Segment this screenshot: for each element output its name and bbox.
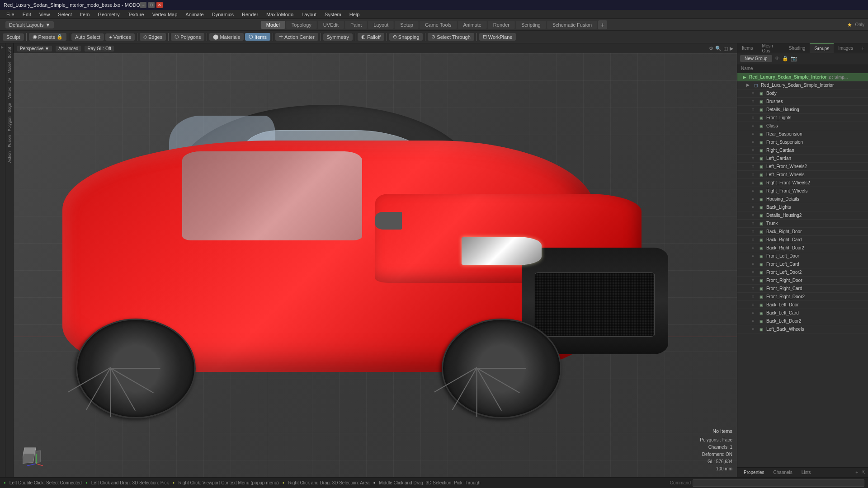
rp-tab-mesh-ops[interactable]: Mesh Ops	[757, 43, 784, 53]
rp-tab-items[interactable]: Items	[737, 43, 757, 53]
tree-item-glass[interactable]: ○ ▣ Glass	[737, 122, 868, 130]
rp-tab-shading[interactable]: Shading	[784, 43, 810, 53]
tab-layout[interactable]: Layout	[368, 21, 394, 29]
rp-tab-images[interactable]: Images	[834, 43, 858, 53]
menu-help[interactable]: Help	[346, 11, 363, 18]
viewport-icon-settings[interactable]: ⚙	[709, 46, 713, 52]
menu-item[interactable]: Item	[76, 11, 93, 18]
menu-maxtomode[interactable]: MaxToModo	[263, 11, 297, 18]
rpb-expand-icon[interactable]: ⇱	[862, 470, 865, 475]
menu-view[interactable]: View	[36, 11, 54, 18]
tree-item-fld2[interactable]: ○ ▣ Front_Left_Door2	[737, 268, 868, 277]
tree-item-group[interactable]: ▶ ◫ Red_Luxury_Sedan_Simple_Interior	[737, 81, 868, 89]
auto-select-button[interactable]: Auto Select	[71, 33, 104, 41]
command-input[interactable]	[693, 479, 864, 487]
viewport-icon-display[interactable]: ◫	[723, 46, 728, 52]
scene-tree[interactable]: ▶ Red_Luxury_Sedan_Simple_Interior 2 : S…	[737, 73, 868, 467]
tab-topology[interactable]: Topology	[286, 21, 317, 29]
tree-item-frd2[interactable]: ○ ▣ Front_Right_Door2	[737, 293, 868, 301]
star-button[interactable]: ★	[847, 22, 852, 28]
tree-item-left-cardan[interactable]: ○ ▣ Left_Cardan	[737, 155, 868, 163]
tree-item-frc[interactable]: ○ ▣ Front_Right_Card	[737, 285, 868, 293]
tree-item-brd2[interactable]: ○ ▣ Back_Right_Door2	[737, 244, 868, 252]
rpb-tab-lists[interactable]: Lists	[798, 469, 815, 475]
viewport-ray-gl[interactable]: Ray GL: Off	[85, 46, 114, 52]
left-tab-polygon[interactable]: Polygon	[6, 115, 13, 133]
tab-game-tools[interactable]: Game Tools	[420, 21, 457, 29]
viewport-advanced-dropdown[interactable]: Advanced	[56, 46, 81, 52]
menu-vertex-map[interactable]: Vertex Map	[149, 11, 181, 18]
rpb-tab-channels[interactable]: Channels	[770, 469, 796, 475]
tree-item-root[interactable]: ▶ Red_Luxury_Sedan_Simple_Interior 2 : S…	[737, 73, 868, 81]
tab-paint[interactable]: Paint	[345, 21, 367, 29]
tab-scripting[interactable]: Scripting	[516, 21, 546, 29]
tab-schematic-fusion[interactable]: Schematic Fusion	[547, 21, 597, 29]
menu-geometry[interactable]: Geometry	[94, 11, 123, 18]
tab-uvedit[interactable]: UVEdit	[318, 21, 344, 29]
rp-icon-camera[interactable]: 📷	[791, 56, 797, 61]
menu-select[interactable]: Select	[54, 11, 75, 18]
materials-button[interactable]: ⬤ Materials	[209, 33, 244, 41]
tree-item-brd[interactable]: ○ ▣ Back_Right_Door	[737, 228, 868, 236]
tab-render[interactable]: Render	[488, 21, 515, 29]
panel-expand[interactable]: ▶	[0, 45, 5, 49]
tree-item-body[interactable]: ○ ▣ Body	[737, 89, 868, 98]
add-tab-button[interactable]: +	[598, 20, 607, 29]
tree-item-lfw2[interactable]: ○ ▣ Left_Front_Wheels2	[737, 163, 868, 171]
tree-item-fld[interactable]: ○ ▣ Front_Left_Door	[737, 252, 868, 260]
minimize-button[interactable]: −	[140, 2, 146, 8]
tree-item-right-cardan[interactable]: ○ ▣ Right_Cardan	[737, 146, 868, 155]
menu-texture[interactable]: Texture	[124, 11, 148, 18]
tree-item-dh2[interactable]: ○ ▣ Details_Housing2	[737, 211, 868, 220]
select-through-button[interactable]: ⊙ Select Through	[428, 33, 474, 41]
tree-item-flc[interactable]: ○ ▣ Front_Left_Card	[737, 260, 868, 268]
maximize-button[interactable]: □	[148, 2, 155, 8]
tree-item-blc[interactable]: ○ ▣ Back_Left_Card	[737, 309, 868, 317]
tree-item-rfw[interactable]: ○ ▣ Right_Front_Wheels	[737, 187, 868, 195]
tree-item-details-housing[interactable]: ○ ▣ Details_Housing	[737, 106, 868, 114]
tree-item-back-lights[interactable]: ○ ▣ Back_Lights	[737, 203, 868, 211]
left-tab-edge[interactable]: Edge	[6, 101, 13, 114]
left-tab-vertex[interactable]: Vertex	[6, 85, 13, 101]
tree-item-front-susp[interactable]: ○ ▣ Front_Suspension	[737, 138, 868, 146]
vertices-button[interactable]: ● Vertices	[105, 33, 135, 41]
left-tab-model[interactable]: Model	[6, 61, 13, 75]
tree-item-brushes[interactable]: ○ ▣ Brushes	[737, 98, 868, 106]
menu-animate[interactable]: Animate	[182, 11, 207, 18]
left-tab-uv[interactable]: UV	[6, 76, 13, 85]
rp-icon-eye[interactable]: 👁	[775, 56, 780, 61]
close-button[interactable]: ✕	[156, 2, 163, 8]
polygons-button[interactable]: ⬡ Polygons	[171, 33, 204, 41]
edges-button[interactable]: ◇ Edges	[140, 33, 166, 41]
tree-item-rear-susp[interactable]: ○ ▣ Rear_Suspension	[737, 130, 868, 138]
rp-tab-groups[interactable]: Groups	[810, 43, 834, 53]
left-tab-fusion[interactable]: Fusion	[6, 133, 13, 149]
tree-item-front-lights[interactable]: ○ ▣ Front_Lights	[737, 114, 868, 122]
rpb-tab-add[interactable]: +	[855, 470, 858, 475]
menu-file[interactable]: File	[3, 11, 18, 18]
tree-item-lbw[interactable]: ○ ▣ Left_Back_Wheels	[737, 325, 868, 333]
action-center-button[interactable]: ✛ Action Center	[275, 33, 318, 41]
rp-tab-add[interactable]: +	[858, 45, 868, 52]
tab-animate[interactable]: Animate	[458, 21, 486, 29]
menu-edit[interactable]: Edit	[19, 11, 35, 18]
items-button[interactable]: ⬡ Items	[245, 33, 270, 41]
tab-setup[interactable]: Setup	[395, 21, 419, 29]
viewport-mode-dropdown[interactable]: Perspective ▼	[17, 46, 52, 52]
tree-item-lfw[interactable]: ○ ▣ Left_Front_Wheels	[737, 171, 868, 179]
viewport[interactable]: Perspective ▼ Advanced Ray GL: Off ⚙ 🔍 ◫…	[14, 43, 737, 477]
menu-system[interactable]: System	[321, 11, 345, 18]
tree-item-brc[interactable]: ○ ▣ Back_Right_Card	[737, 236, 868, 244]
viewport-icon-zoom[interactable]: 🔍	[715, 46, 722, 52]
presets-button[interactable]: ◉ Presets 🔒	[29, 33, 66, 41]
layout-dropdown[interactable]: Default Layouts ▼	[5, 21, 54, 28]
tree-item-bld[interactable]: ○ ▣ Back_Left_Door	[737, 301, 868, 309]
falloff-button[interactable]: ◐ Falloff	[358, 33, 384, 41]
menu-render[interactable]: Render	[238, 11, 262, 18]
viewport-icon-render[interactable]: ▶	[730, 46, 733, 52]
new-group-button[interactable]: New Group	[740, 55, 772, 62]
snapping-button[interactable]: ⊕ Snapping	[389, 33, 423, 41]
tree-item-rfw2[interactable]: ○ ▣ Right_Front_Wheels2	[737, 179, 868, 187]
symmetry-button[interactable]: Symmetry	[323, 33, 353, 41]
tree-item-frd[interactable]: ○ ▣ Front_Right_Door	[737, 277, 868, 285]
